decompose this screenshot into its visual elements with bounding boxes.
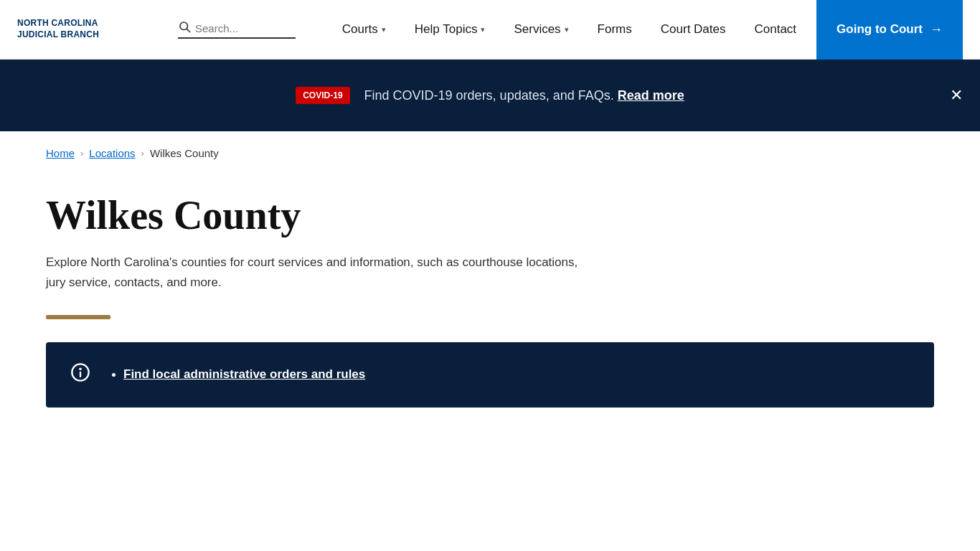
page-description: Explore North Carolina's counties for co…: [46, 253, 591, 291]
logo-text: NORTH CAROLINA JUDICIAL BRANCH: [17, 18, 99, 40]
svg-line-1: [187, 29, 189, 32]
main-content: Wilkes County Explore North Carolina's c…: [0, 175, 980, 436]
breadcrumb-home[interactable]: Home: [46, 147, 75, 159]
chevron-down-icon: ▾: [565, 25, 569, 34]
nav-item-courts[interactable]: Courts ▾: [328, 0, 400, 60]
going-to-court-button[interactable]: Going to Court →: [816, 0, 963, 60]
info-circle-icon: [69, 362, 92, 387]
covid-read-more-link[interactable]: Read more: [618, 88, 684, 103]
breadcrumb-locations[interactable]: Locations: [89, 147, 135, 159]
breadcrumb: Home › Locations › Wilkes County: [0, 131, 980, 175]
logo[interactable]: NORTH CAROLINA JUDICIAL BRANCH: [17, 18, 161, 40]
search-area[interactable]: [178, 20, 296, 39]
nav-item-contact[interactable]: Contact: [740, 0, 811, 60]
info-box: Find local administrative orders and rul…: [46, 342, 934, 408]
arrow-right-icon: →: [930, 22, 943, 37]
search-input[interactable]: [195, 22, 296, 34]
admin-orders-link[interactable]: Find local administrative orders and rul…: [123, 367, 365, 381]
info-list: Find local administrative orders and rul…: [109, 367, 365, 382]
nav-item-court-dates[interactable]: Court Dates: [646, 0, 740, 60]
site-header: NORTH CAROLINA JUDICIAL BRANCH Courts ▾ …: [0, 0, 980, 60]
covid-close-button[interactable]: ✕: [950, 88, 963, 103]
covid-banner: COVID-19 Find COVID-19 orders, updates, …: [0, 60, 980, 131]
covid-message: Find COVID-19 orders, updates, and FAQs.…: [364, 88, 684, 103]
chevron-down-icon: ▾: [382, 25, 386, 34]
nav-item-help-topics[interactable]: Help Topics ▾: [400, 0, 500, 60]
breadcrumb-separator: ›: [141, 148, 144, 159]
search-icon: [178, 20, 191, 36]
chevron-down-icon: ▾: [481, 25, 485, 34]
breadcrumb-separator: ›: [80, 148, 83, 159]
main-nav: Courts ▾ Help Topics ▾ Services ▾ Forms …: [328, 0, 963, 60]
covid-badge: COVID-19: [296, 87, 349, 104]
nav-item-forms[interactable]: Forms: [583, 0, 646, 60]
page-title: Wilkes County: [46, 192, 934, 238]
divider-bar: [46, 315, 110, 319]
breadcrumb-current: Wilkes County: [150, 147, 219, 159]
nav-item-services[interactable]: Services ▾: [499, 0, 583, 60]
